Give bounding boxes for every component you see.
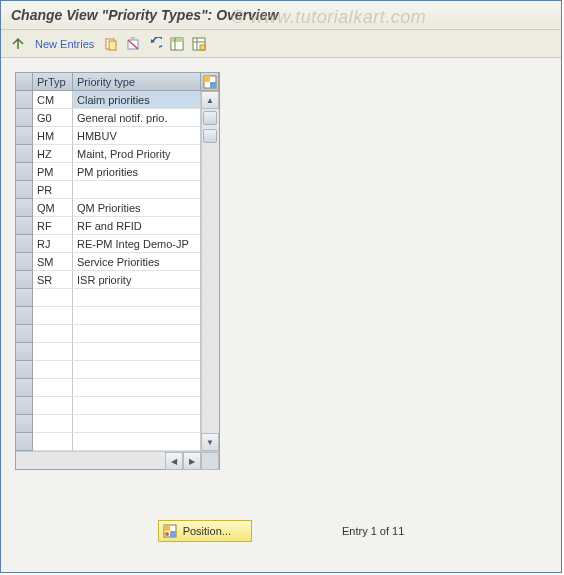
position-button[interactable]: Position... xyxy=(158,520,252,542)
cell-priority-type[interactable]: ISR priority xyxy=(73,271,201,289)
table-row[interactable]: SRISR priority xyxy=(16,271,201,289)
table-row[interactable] xyxy=(16,343,201,361)
row-selector[interactable] xyxy=(16,361,33,379)
scroll-track[interactable] xyxy=(201,109,219,433)
table-row[interactable]: HMHMBUV xyxy=(16,127,201,145)
toggle-expand-icon[interactable] xyxy=(9,35,27,53)
cell-prtyp[interactable]: PR xyxy=(33,181,73,199)
table-row[interactable]: CMClaim priorities xyxy=(16,91,201,109)
scroll-thumb-2[interactable] xyxy=(203,129,217,143)
cell-priority-type[interactable]: PM priorities xyxy=(73,163,201,181)
cell-prtyp[interactable]: SR xyxy=(33,271,73,289)
cell-prtyp[interactable] xyxy=(33,379,73,397)
row-selector[interactable] xyxy=(16,325,33,343)
row-selector[interactable] xyxy=(16,397,33,415)
row-selector[interactable] xyxy=(16,253,33,271)
copy-icon[interactable] xyxy=(102,35,120,53)
table-row[interactable] xyxy=(16,415,201,433)
scroll-left-button[interactable]: ◀ xyxy=(165,452,183,470)
cell-priority-type[interactable] xyxy=(73,289,201,307)
cell-prtyp[interactable]: G0 xyxy=(33,109,73,127)
row-selector[interactable] xyxy=(16,289,33,307)
cell-priority-type[interactable] xyxy=(73,361,201,379)
table-row[interactable] xyxy=(16,307,201,325)
undo-icon[interactable] xyxy=(146,35,164,53)
cell-prtyp[interactable]: RF xyxy=(33,217,73,235)
table-row[interactable]: G0General notif. prio. xyxy=(16,109,201,127)
table-row[interactable]: PR xyxy=(16,181,201,199)
cell-priority-type[interactable] xyxy=(73,181,201,199)
cell-priority-type[interactable] xyxy=(73,325,201,343)
cell-priority-type[interactable]: QM Priorities xyxy=(73,199,201,217)
table-row[interactable] xyxy=(16,361,201,379)
row-selector[interactable] xyxy=(16,145,33,163)
row-selector[interactable] xyxy=(16,127,33,145)
cell-priority-type[interactable]: Service Priorities xyxy=(73,253,201,271)
vertical-scrollbar[interactable]: ▲ ▼ xyxy=(201,73,219,451)
cell-prtyp[interactable] xyxy=(33,343,73,361)
cell-prtyp[interactable]: CM xyxy=(33,91,73,109)
table-row[interactable] xyxy=(16,325,201,343)
scroll-thumb-top[interactable] xyxy=(203,111,217,125)
row-selector[interactable] xyxy=(16,217,33,235)
horizontal-scrollbar[interactable]: ◀ ▶ xyxy=(16,451,219,469)
cell-priority-type[interactable]: RF and RFID xyxy=(73,217,201,235)
cell-priority-type[interactable]: HMBUV xyxy=(73,127,201,145)
row-selector[interactable] xyxy=(16,343,33,361)
cell-prtyp[interactable] xyxy=(33,307,73,325)
scroll-up-button[interactable]: ▲ xyxy=(201,91,219,109)
select-all-column[interactable] xyxy=(16,73,33,91)
table-row[interactable] xyxy=(16,289,201,307)
cell-priority-type[interactable]: Maint, Prod Priority xyxy=(73,145,201,163)
table-settings-icon[interactable] xyxy=(201,73,219,91)
row-selector[interactable] xyxy=(16,433,33,451)
table-row[interactable] xyxy=(16,433,201,451)
table-row[interactable]: QMQM Priorities xyxy=(16,199,201,217)
cell-prtyp[interactable]: HZ xyxy=(33,145,73,163)
cell-priority-type[interactable]: General notif. prio. xyxy=(73,109,201,127)
cell-prtyp[interactable] xyxy=(33,433,73,451)
row-selector[interactable] xyxy=(16,271,33,289)
select-all-icon[interactable] xyxy=(168,35,186,53)
row-selector[interactable] xyxy=(16,379,33,397)
table-row[interactable]: RFRF and RFID xyxy=(16,217,201,235)
row-selector[interactable] xyxy=(16,163,33,181)
scroll-down-button[interactable]: ▼ xyxy=(201,433,219,451)
delete-icon[interactable] xyxy=(124,35,142,53)
new-entries-button[interactable]: New Entries xyxy=(31,35,98,53)
cell-prtyp[interactable]: QM xyxy=(33,199,73,217)
col-header-prtyp[interactable]: PrTyp xyxy=(33,73,73,91)
cell-priority-type[interactable]: RE-PM Integ Demo-JP xyxy=(73,235,201,253)
cell-priority-type[interactable]: Claim priorities xyxy=(73,91,201,109)
row-selector[interactable] xyxy=(16,181,33,199)
cell-priority-type[interactable] xyxy=(73,307,201,325)
col-header-priority-type[interactable]: Priority type xyxy=(73,73,201,91)
cell-priority-type[interactable] xyxy=(73,397,201,415)
cell-prtyp[interactable] xyxy=(33,415,73,433)
table-row[interactable] xyxy=(16,379,201,397)
cell-prtyp[interactable]: RJ xyxy=(33,235,73,253)
table-row[interactable]: HZMaint, Prod Priority xyxy=(16,145,201,163)
cell-prtyp[interactable] xyxy=(33,361,73,379)
deselect-all-icon[interactable] xyxy=(190,35,208,53)
cell-prtyp[interactable]: HM xyxy=(33,127,73,145)
scroll-right-button[interactable]: ▶ xyxy=(183,452,201,470)
cell-priority-type[interactable] xyxy=(73,343,201,361)
row-selector[interactable] xyxy=(16,415,33,433)
row-selector[interactable] xyxy=(16,109,33,127)
cell-prtyp[interactable]: SM xyxy=(33,253,73,271)
row-selector[interactable] xyxy=(16,199,33,217)
row-selector[interactable] xyxy=(16,307,33,325)
cell-prtyp[interactable] xyxy=(33,325,73,343)
cell-priority-type[interactable] xyxy=(73,433,201,451)
table-row[interactable]: SMService Priorities xyxy=(16,253,201,271)
cell-priority-type[interactable] xyxy=(73,415,201,433)
cell-prtyp[interactable] xyxy=(33,397,73,415)
cell-priority-type[interactable] xyxy=(73,379,201,397)
cell-prtyp[interactable] xyxy=(33,289,73,307)
cell-prtyp[interactable]: PM xyxy=(33,163,73,181)
row-selector[interactable] xyxy=(16,235,33,253)
table-row[interactable]: RJRE-PM Integ Demo-JP xyxy=(16,235,201,253)
table-row[interactable]: PMPM priorities xyxy=(16,163,201,181)
row-selector[interactable] xyxy=(16,91,33,109)
